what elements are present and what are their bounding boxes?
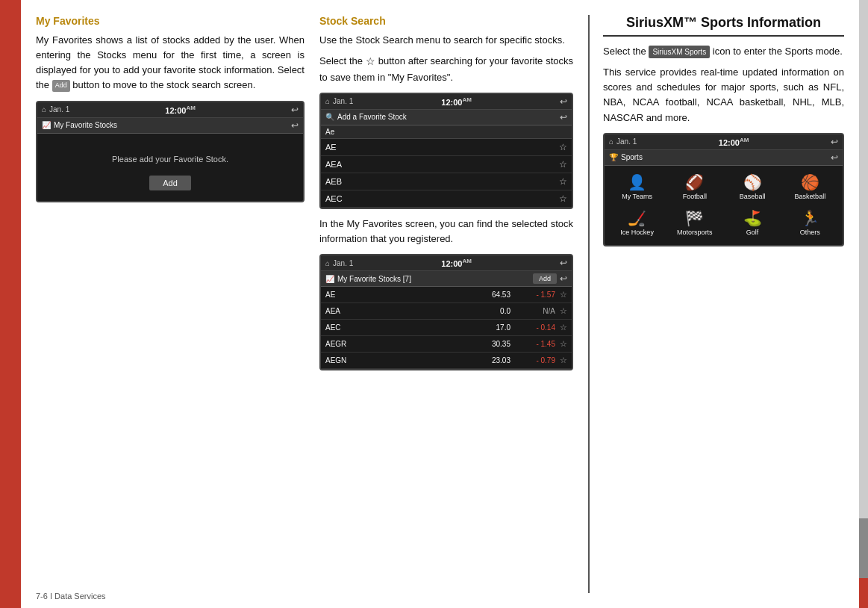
star-inline-icon: ☆ [366,55,375,67]
basketball-icon: 🏀 [801,175,819,190]
screen4-time: 12:00AM [719,137,749,147]
sports-icon-title: 🏆 [609,153,618,161]
list-item[interactable]: AEC ☆ [321,190,572,208]
sports-item-others[interactable]: 🏃 Others [782,206,838,241]
device-header-4: ⌂ Jan. 1 12:00AM ↩ [605,134,843,150]
col2-body4: In the My Favorites screen, you can find… [319,217,573,246]
sports-item-label: Motorsports [677,229,713,236]
screen1-back-arrow[interactable]: ↩ [291,120,299,131]
star-aea[interactable]: ☆ [559,159,567,170]
col3-body1: Select the SiriusXM Sports icon to enter… [603,44,844,59]
my-teams-icon: 👤 [628,175,646,190]
sports-item-label: Football [683,193,707,200]
screen2-list: AE ☆ AEA ☆ AEB ☆ AEC ☆ [321,139,572,208]
col2-body-star: Select the ☆ button after searching for … [319,54,573,85]
list-item[interactable]: AEA 0.0 N/A ☆ [321,303,572,320]
star-icon[interactable]: ☆ [560,290,567,300]
col-stock-search: Stock Search Use the Stock Search menu t… [319,15,588,593]
screen3-title-bar: 📈 My Favorite Stocks [7] Add ↩ [321,271,572,287]
right-sidebars [859,0,868,608]
screen2-back[interactable]: ↩ [560,96,567,107]
col2-body1: Use the Stock Search menu to search for … [319,33,573,48]
screen1-title-bar: 📈 My Favorite Stocks ↩ [37,118,303,134]
screen3-add-button[interactable]: Add [533,273,557,284]
star-aeb[interactable]: ☆ [559,176,567,187]
sports-item-label: Baseball [740,193,766,200]
list-item[interactable]: AE 64.53 - 1.57 ☆ [321,287,572,303]
screen2-search-placeholder: Ae [325,128,334,136]
star-ae[interactable]: ☆ [559,142,567,152]
screen4-title-text: 🏆 Sports [609,153,643,161]
screen2-date: Jan. 1 [333,97,353,105]
screen3-back[interactable]: ↩ [560,258,567,268]
screen1-time: 12:00AM [165,105,196,115]
col2-title: Stock Search [319,15,573,27]
list-item[interactable]: AEGR 30.35 - 1.45 ☆ [321,336,572,353]
sports-item-label: Basketball [795,193,826,200]
star-icon[interactable]: ☆ [560,306,567,316]
col-my-favorites: My Favorites My Favorites shows a list o… [36,15,319,593]
left-sidebar [0,0,21,608]
screen2-title-text: 🔍 Add a Favorite Stock [325,113,407,121]
sports-item-label: My Teams [622,193,652,200]
screen4-back[interactable]: ↩ [831,137,838,147]
home-icon-3: ⌂ [325,259,330,267]
screen1-back[interactable]: ↩ [291,105,299,115]
screen4-back-arrow[interactable]: ↩ [831,152,838,163]
star-icon[interactable]: ☆ [560,356,567,365]
device-header-2: ⌂ Jan. 1 12:00AM ↩ [321,94,572,110]
col3-title: SiriusXM™ Sports Information [603,15,844,37]
screen2-search-bar[interactable]: Ae [321,125,572,139]
screen3-date: Jan. 1 [333,259,353,267]
screen1-add-button[interactable]: Add [149,176,191,190]
home-icon-4: ⌂ [609,137,613,146]
col3-body3: This service provides real-time updated … [603,65,844,125]
screen2-time: 12:00AM [441,96,472,107]
screen-favorites-list: ⌂ Jan. 1 12:00AM ↩ 📈 My Favorite Stocks … [319,254,573,370]
sports-item-motorsports[interactable]: 🏁 Motorsports [666,206,722,241]
list-item[interactable]: AEGN 23.03 - 0.79 ☆ [321,353,572,369]
sports-item-my-teams[interactable]: 👤 My Teams [609,170,665,205]
sports-item-basketball[interactable]: 🏀 Basketball [782,170,838,205]
screen-sports-grid: ⌂ Jan. 1 12:00AM ↩ 🏆 Sports ↩ 👤 My Teams [603,133,844,246]
col1-body2: button to move to the stock search scree… [72,79,255,90]
screen-my-favorites-empty: ⌂ Jan. 1 12:00AM ↩ 📈 My Favorite Stocks … [36,101,305,202]
col-siriusxm-sports: SiriusXM™ Sports Information Select the … [588,15,844,593]
add-inline-badge: Add [52,80,70,92]
sports-item-golf[interactable]: ⛳ Golf [725,206,781,241]
star-icon[interactable]: ☆ [560,323,567,332]
gray-strip-mid [859,518,868,578]
others-icon: 🏃 [801,211,819,226]
screen1-placeholder: Please add your Favorite Stock. [43,140,297,171]
red-strip-bot [859,578,868,608]
siriusxm-sports-badge: SiriusXM Sports [649,46,710,59]
device-header-1: ⌂ Jan. 1 12:00AM ↩ [37,102,303,118]
list-item[interactable]: AE ☆ [321,139,572,156]
screen3-back-arrow[interactable]: ↩ [560,273,567,284]
stocks-icon-1: 📈 [42,121,51,129]
sports-item-football[interactable]: 🏈 Football [666,170,722,205]
star-aec[interactable]: ☆ [559,193,567,204]
page-footer: 7-6 I Data Services [21,592,106,601]
screen-add-favorite: ⌂ Jan. 1 12:00AM ↩ 🔍 Add a Favorite Stoc… [319,93,573,209]
screen2-back-arrow[interactable]: ↩ [560,112,567,122]
device-header-left-3: ⌂ Jan. 1 [325,259,353,267]
sports-item-label: Ice Hockey [620,229,654,236]
baseball-icon: ⚾ [743,175,762,190]
motorsports-icon: 🏁 [685,211,704,226]
gray-strip-top [859,0,868,518]
screen3-list: AE 64.53 - 1.57 ☆ AEA 0.0 N/A ☆ AEC 17.0… [321,287,572,369]
screen2-title-bar: 🔍 Add a Favorite Stock ↩ [321,110,572,125]
home-icon-1: ⌂ [42,105,46,114]
device-header-left-4: ⌂ Jan. 1 [609,137,637,146]
sports-item-ice-hockey[interactable]: 🏒 Ice Hockey [609,206,665,241]
sports-item-baseball[interactable]: ⚾ Baseball [725,170,781,205]
star-icon[interactable]: ☆ [560,339,567,349]
screen3-title-text: 📈 My Favorite Stocks [7] [325,275,411,283]
device-header-3: ⌂ Jan. 1 12:00AM ↩ [321,255,572,271]
list-item[interactable]: AEA ☆ [321,156,572,173]
screen4-title-bar: 🏆 Sports ↩ [605,150,843,166]
device-header-left-2: ⌂ Jan. 1 [325,97,353,105]
list-item[interactable]: AEB ☆ [321,173,572,190]
list-item[interactable]: AEC 17.0 - 0.14 ☆ [321,320,572,336]
